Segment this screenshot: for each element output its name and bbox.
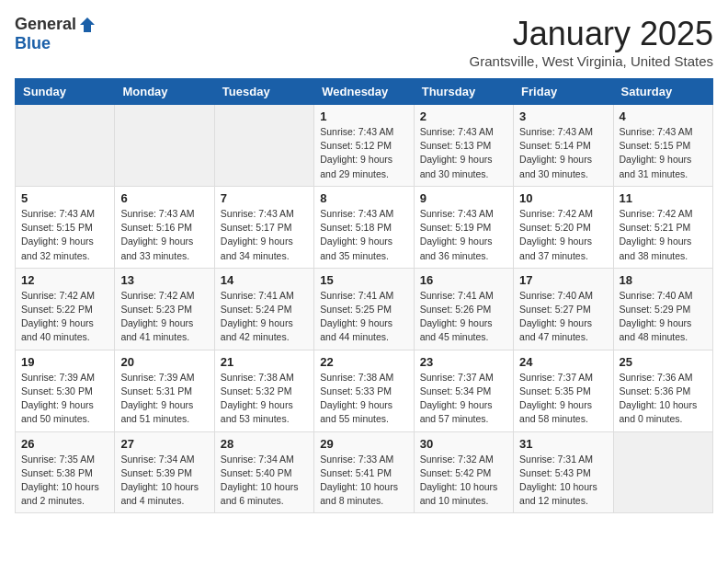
logo: General Blue (15, 15, 97, 53)
calendar-cell (16, 105, 115, 187)
day-header-saturday: Saturday (613, 79, 712, 105)
calendar-cell: 8Sunrise: 7:43 AMSunset: 5:18 PMDaylight… (314, 186, 414, 268)
calendar-cell: 1Sunrise: 7:43 AMSunset: 5:12 PMDaylight… (314, 105, 414, 187)
day-number: 25 (620, 355, 707, 369)
calendar-cell: 24Sunrise: 7:37 AMSunset: 5:35 PMDayligh… (514, 350, 613, 431)
calendar-cell: 13Sunrise: 7:42 AMSunset: 5:23 PMDayligh… (115, 268, 214, 350)
day-info: Sunrise: 7:43 AMSunset: 5:13 PMDaylight:… (420, 125, 507, 181)
day-number: 24 (519, 355, 607, 369)
calendar-cell: 15Sunrise: 7:41 AMSunset: 5:25 PMDayligh… (314, 268, 414, 350)
day-info: Sunrise: 7:39 AMSunset: 5:30 PMDaylight:… (21, 371, 108, 427)
calendar-cell: 31Sunrise: 7:31 AMSunset: 5:43 PMDayligh… (514, 431, 613, 513)
day-info: Sunrise: 7:42 AMSunset: 5:20 PMDaylight:… (519, 207, 607, 263)
day-info: Sunrise: 7:43 AMSunset: 5:14 PMDaylight:… (519, 125, 607, 181)
day-number: 14 (221, 273, 308, 287)
header-row: SundayMondayTuesdayWednesdayThursdayFrid… (16, 79, 713, 105)
location-text: Grantsville, West Virginia, United State… (470, 53, 713, 69)
day-info: Sunrise: 7:43 AMSunset: 5:17 PMDaylight:… (221, 207, 308, 263)
day-header-friday: Friday (514, 79, 613, 105)
calendar-body: 1Sunrise: 7:43 AMSunset: 5:12 PMDaylight… (16, 105, 713, 513)
calendar-cell: 21Sunrise: 7:38 AMSunset: 5:32 PMDayligh… (214, 350, 313, 431)
calendar-cell: 2Sunrise: 7:43 AMSunset: 5:13 PMDaylight… (414, 105, 513, 187)
day-number: 5 (21, 191, 108, 205)
calendar-cell: 27Sunrise: 7:34 AMSunset: 5:39 PMDayligh… (115, 431, 214, 513)
day-info: Sunrise: 7:41 AMSunset: 5:24 PMDaylight:… (221, 289, 308, 345)
calendar-week-3: 12Sunrise: 7:42 AMSunset: 5:22 PMDayligh… (16, 268, 713, 350)
page-header: General Blue January 2025 Grantsville, W… (15, 15, 713, 69)
day-info: Sunrise: 7:40 AMSunset: 5:27 PMDaylight:… (519, 289, 607, 345)
day-number: 26 (21, 437, 108, 451)
day-number: 28 (221, 437, 308, 451)
day-info: Sunrise: 7:43 AMSunset: 5:18 PMDaylight:… (320, 207, 407, 263)
calendar-cell: 6Sunrise: 7:43 AMSunset: 5:16 PMDaylight… (115, 186, 214, 268)
calendar-cell (115, 105, 214, 187)
day-info: Sunrise: 7:35 AMSunset: 5:38 PMDaylight:… (21, 453, 108, 509)
calendar-table: SundayMondayTuesdayWednesdayThursdayFrid… (15, 78, 713, 513)
day-info: Sunrise: 7:42 AMSunset: 5:23 PMDaylight:… (120, 289, 208, 345)
day-header-monday: Monday (115, 79, 214, 105)
logo-icon (78, 16, 97, 34)
day-info: Sunrise: 7:41 AMSunset: 5:25 PMDaylight:… (320, 289, 407, 345)
svg-marker-0 (80, 17, 95, 32)
day-number: 20 (120, 355, 208, 369)
day-number: 21 (221, 355, 308, 369)
day-number: 13 (120, 273, 208, 287)
calendar-cell (613, 431, 712, 513)
day-info: Sunrise: 7:39 AMSunset: 5:31 PMDaylight:… (120, 371, 208, 427)
day-number: 8 (320, 191, 407, 205)
calendar-cell: 19Sunrise: 7:39 AMSunset: 5:30 PMDayligh… (16, 350, 115, 431)
day-info: Sunrise: 7:40 AMSunset: 5:29 PMDaylight:… (620, 289, 707, 345)
day-number: 22 (320, 355, 407, 369)
day-number: 17 (519, 273, 607, 287)
calendar-week-1: 1Sunrise: 7:43 AMSunset: 5:12 PMDaylight… (16, 105, 713, 187)
calendar-cell: 14Sunrise: 7:41 AMSunset: 5:24 PMDayligh… (214, 268, 313, 350)
day-info: Sunrise: 7:41 AMSunset: 5:26 PMDaylight:… (420, 289, 507, 345)
day-number: 6 (120, 191, 208, 205)
calendar-cell: 29Sunrise: 7:33 AMSunset: 5:41 PMDayligh… (314, 431, 414, 513)
calendar-cell: 18Sunrise: 7:40 AMSunset: 5:29 PMDayligh… (613, 268, 712, 350)
day-info: Sunrise: 7:43 AMSunset: 5:15 PMDaylight:… (620, 125, 707, 181)
month-title: January 2025 (470, 15, 713, 53)
calendar-cell: 3Sunrise: 7:43 AMSunset: 5:14 PMDaylight… (514, 105, 613, 187)
title-block: January 2025 Grantsville, West Virginia,… (470, 15, 713, 69)
day-info: Sunrise: 7:33 AMSunset: 5:41 PMDaylight:… (320, 453, 407, 509)
calendar-cell: 12Sunrise: 7:42 AMSunset: 5:22 PMDayligh… (16, 268, 115, 350)
logo-general-text: General (15, 15, 76, 34)
day-info: Sunrise: 7:34 AMSunset: 5:39 PMDaylight:… (120, 453, 208, 509)
day-info: Sunrise: 7:32 AMSunset: 5:42 PMDaylight:… (420, 453, 507, 509)
calendar-cell: 22Sunrise: 7:38 AMSunset: 5:33 PMDayligh… (314, 350, 414, 431)
calendar-cell: 4Sunrise: 7:43 AMSunset: 5:15 PMDaylight… (613, 105, 712, 187)
calendar-week-5: 26Sunrise: 7:35 AMSunset: 5:38 PMDayligh… (16, 431, 713, 513)
day-info: Sunrise: 7:36 AMSunset: 5:36 PMDaylight:… (620, 371, 707, 427)
day-number: 10 (519, 191, 607, 205)
day-info: Sunrise: 7:34 AMSunset: 5:40 PMDaylight:… (221, 453, 308, 509)
calendar-cell: 16Sunrise: 7:41 AMSunset: 5:26 PMDayligh… (414, 268, 513, 350)
calendar-cell: 20Sunrise: 7:39 AMSunset: 5:31 PMDayligh… (115, 350, 214, 431)
day-number: 2 (420, 109, 507, 123)
day-info: Sunrise: 7:42 AMSunset: 5:21 PMDaylight:… (620, 207, 707, 263)
calendar-cell: 30Sunrise: 7:32 AMSunset: 5:42 PMDayligh… (414, 431, 513, 513)
day-info: Sunrise: 7:37 AMSunset: 5:35 PMDaylight:… (519, 371, 607, 427)
day-header-thursday: Thursday (414, 79, 513, 105)
day-number: 11 (620, 191, 707, 205)
calendar-cell: 17Sunrise: 7:40 AMSunset: 5:27 PMDayligh… (514, 268, 613, 350)
calendar-cell: 25Sunrise: 7:36 AMSunset: 5:36 PMDayligh… (613, 350, 712, 431)
calendar-cell: 11Sunrise: 7:42 AMSunset: 5:21 PMDayligh… (613, 186, 712, 268)
calendar-header: SundayMondayTuesdayWednesdayThursdayFrid… (16, 79, 713, 105)
day-number: 1 (320, 109, 407, 123)
day-number: 3 (519, 109, 607, 123)
calendar-cell (214, 105, 313, 187)
calendar-cell: 23Sunrise: 7:37 AMSunset: 5:34 PMDayligh… (414, 350, 513, 431)
calendar-cell: 10Sunrise: 7:42 AMSunset: 5:20 PMDayligh… (514, 186, 613, 268)
day-info: Sunrise: 7:38 AMSunset: 5:33 PMDaylight:… (320, 371, 407, 427)
day-number: 31 (519, 437, 607, 451)
calendar-cell: 9Sunrise: 7:43 AMSunset: 5:19 PMDaylight… (414, 186, 513, 268)
day-info: Sunrise: 7:43 AMSunset: 5:12 PMDaylight:… (320, 125, 407, 181)
day-info: Sunrise: 7:37 AMSunset: 5:34 PMDaylight:… (420, 371, 507, 427)
day-number: 7 (221, 191, 308, 205)
day-info: Sunrise: 7:43 AMSunset: 5:16 PMDaylight:… (120, 207, 208, 263)
day-number: 18 (620, 273, 707, 287)
day-info: Sunrise: 7:38 AMSunset: 5:32 PMDaylight:… (221, 371, 308, 427)
day-header-wednesday: Wednesday (314, 79, 414, 105)
day-header-tuesday: Tuesday (214, 79, 313, 105)
